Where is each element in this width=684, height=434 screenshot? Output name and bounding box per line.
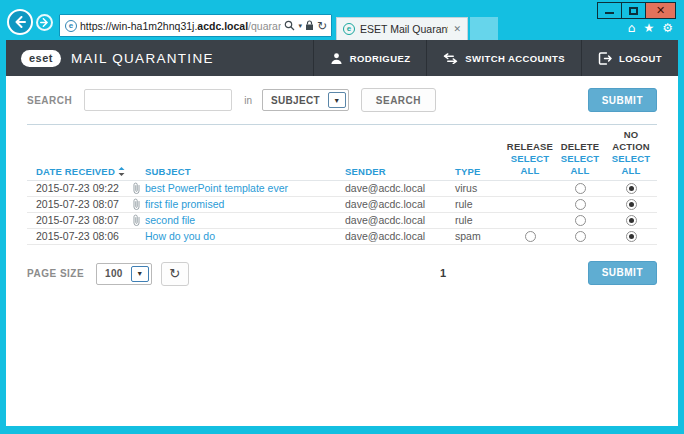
delete-radio[interactable] [575,183,586,194]
no-action-radio[interactable] [626,199,637,210]
date-received-cell: 2015-07-23 08:07 [27,198,127,210]
delete-radio[interactable] [575,199,586,210]
address-dropdown-icon[interactable]: ▾ [298,22,302,30]
new-tab-button[interactable] [470,17,498,40]
switch-accounts-label: SWITCH ACCOUNTS [465,53,565,64]
search-field-select[interactable]: SUBJECT ▼ [262,89,349,111]
page-size-value: 100 [97,268,131,279]
browser-tab[interactable]: e ESET Mail Quarantine ✕ [336,17,468,40]
in-label: in [244,95,252,106]
subject-link[interactable]: best PowerPoint template ever [145,182,288,194]
pagination-row: PAGE SIZE 100 ▼ ↻ 1 SUBMIT [27,261,657,287]
submit-button-top[interactable]: SUBMIT [588,88,657,112]
subject-link[interactable]: How do you do [145,230,215,242]
user-menu[interactable]: RODRIGUEZ [313,40,427,76]
brand: eset MAIL QUARANTINE [6,40,313,76]
type-cell: rule [455,198,505,210]
refresh-button[interactable]: ↻ [161,262,189,286]
subject-cell: best PowerPoint template ever [145,182,345,194]
attachment-cell [127,230,145,243]
search-icon[interactable] [284,20,295,31]
chrome-toolbar: ⌂ ★ ⚙ [628,21,673,35]
header-delete: DELETE SELECT ALL [555,141,605,177]
browser-chrome: e https://win-ha1m2hnq31j.acdc.local/qua… [0,0,684,40]
user-icon [330,52,343,65]
release-cell [505,215,555,226]
release-select-all-link[interactable]: SELECT ALL [505,153,555,177]
forward-button[interactable] [36,14,53,31]
attachment-cell [127,214,145,227]
delete-radio[interactable] [575,215,586,226]
subject-link[interactable]: first file promised [145,198,224,210]
current-page-number[interactable]: 1 [440,267,446,279]
date-received-cell: 2015-07-23 09:22 [27,182,127,194]
date-received-cell: 2015-07-23 08:07 [27,214,127,226]
table-row: 2015-07-23 08:07 second file dave@acdc.l… [27,213,657,229]
minimize-button[interactable] [597,2,622,19]
no-action-radio[interactable] [626,215,637,226]
paperclip-icon [132,198,141,211]
header-release: RELEASE SELECT ALL [505,141,555,177]
sort-icon [118,167,125,176]
no-action-cell [605,231,657,242]
submit-button-bottom[interactable]: SUBMIT [588,261,657,285]
maximize-button[interactable] [621,2,646,19]
address-bar[interactable]: e https://win-ha1m2hnq31j.acdc.local/qua… [59,14,332,37]
page-size-group: PAGE SIZE 100 ▼ ↻ [27,261,189,287]
release-radio[interactable] [525,231,536,242]
favorites-star-icon[interactable]: ★ [643,21,654,35]
switch-arrows-icon [443,53,458,64]
settings-gear-icon[interactable]: ⚙ [662,21,673,35]
eset-logo: eset [21,50,61,67]
no-action-cell [605,215,657,226]
search-button[interactable]: SEARCH [361,88,436,112]
close-button[interactable]: ✕ [645,2,676,19]
window-controls: ✕ [598,2,676,19]
table-row: 2015-07-23 08:06 How do you do dave@acdc… [27,229,657,245]
release-cell [505,199,555,210]
back-button[interactable] [7,9,33,35]
lock-icon [305,20,314,31]
table-body: 2015-07-23 09:22 best PowerPoint templat… [27,181,657,245]
main-content: SEARCH in SUBJECT ▼ SEARCH SUBMIT DATE R… [6,76,678,426]
attachment-cell [127,182,145,195]
table-row: 2015-07-23 08:07 first file promised dav… [27,197,657,213]
logout-button[interactable]: LOGOUT [581,40,678,76]
delete-cell [555,231,605,242]
subject-cell: second file [145,214,345,226]
tab-close-icon[interactable]: ✕ [453,24,461,34]
refresh-page-icon[interactable]: ↻ [317,20,327,32]
no-action-cell [605,183,657,194]
maximize-icon [629,7,638,15]
page-favicon-icon: e [65,20,77,32]
logout-icon [598,52,612,65]
search-input[interactable] [84,89,232,111]
header-type[interactable]: TYPE [455,166,505,177]
chevron-down-icon: ▼ [328,92,346,108]
header-no-action: NO ACTION SELECT ALL [605,129,657,177]
delete-select-all-link[interactable]: SELECT ALL [555,153,605,177]
delete-radio[interactable] [575,231,586,242]
home-icon[interactable]: ⌂ [628,21,636,35]
sender-cell: dave@acdc.local [345,182,455,194]
browser-window: e https://win-ha1m2hnq31j.acdc.local/qua… [0,0,684,434]
subject-link[interactable]: second file [145,214,195,226]
attachment-cell [127,198,145,211]
no-action-select-all-link[interactable]: SELECT ALL [605,153,657,177]
app-header-right: RODRIGUEZ SWITCH ACCOUNTS LOGOUT [313,40,678,76]
header-sender[interactable]: SENDER [345,166,455,177]
switch-accounts-button[interactable]: SWITCH ACCOUNTS [426,40,581,76]
search-row: SEARCH in SUBJECT ▼ SEARCH SUBMIT [27,88,657,112]
no-action-radio[interactable] [626,183,637,194]
page-size-select[interactable]: 100 ▼ [96,263,152,285]
release-cell [505,183,555,194]
forward-arrow-icon [40,18,49,27]
header-date-received[interactable]: DATE RECEIVED [27,166,127,177]
minimize-icon [605,12,614,14]
url-text: https://win-ha1m2hnq31j.acdc.local/quara… [80,20,281,32]
table-header-row: DATE RECEIVED SUBJECT SENDER TYPE RELEAS… [27,124,657,181]
delete-cell [555,199,605,210]
header-subject[interactable]: SUBJECT [145,166,345,177]
no-action-radio[interactable] [626,231,637,242]
search-field-value: SUBJECT [263,95,328,106]
